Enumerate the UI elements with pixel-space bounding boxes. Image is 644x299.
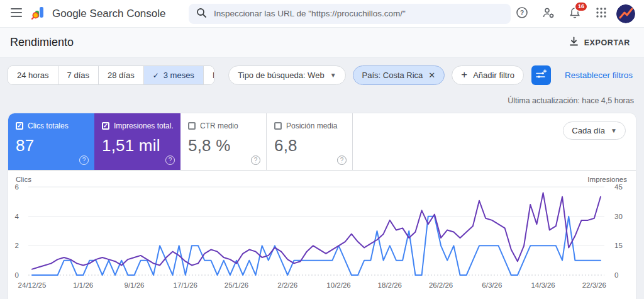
right-axis-tick: 45	[614, 183, 623, 191]
country-filter-chip[interactable]: País: Costa Rica ✕	[353, 65, 445, 85]
metric-label: Clics totales	[28, 121, 69, 130]
date-tab-7-días[interactable]: 7 días	[58, 66, 98, 84]
check-icon: ✓	[103, 123, 108, 129]
metric-checkbox[interactable]: ✓	[102, 122, 109, 130]
left-axis-title: Clics	[16, 176, 31, 183]
x-axis-tick: 26/2/26	[429, 281, 453, 289]
date-tab-3-meses[interactable]: ✓3 meses	[143, 66, 203, 84]
x-axis-tick: 10/2/26	[326, 281, 350, 289]
right-axis-title: Impresiones	[587, 176, 627, 183]
left-axis-tick: 4	[15, 213, 19, 220]
metric-checkbox[interactable]	[274, 122, 282, 130]
x-axis-tick: 18/2/26	[378, 281, 402, 289]
page-title: Rendimiento	[10, 36, 74, 49]
date-tab-label: Más información	[213, 71, 214, 80]
topbar-actions: ? 16	[511, 3, 635, 25]
metric-checkbox[interactable]	[188, 122, 196, 130]
metric-card-header: Posición media	[274, 121, 345, 130]
check-icon: ✓	[153, 71, 159, 80]
metric-card-impresiones-total-[interactable]: ✓Impresiones total...1,51 mil?	[94, 113, 180, 170]
apps-grid-button[interactable]	[590, 3, 613, 25]
filter-chips: Tipo de búsqueda: Web ▼ País: Costa Rica…	[228, 65, 524, 85]
plus-icon: +	[461, 69, 467, 80]
help-icon[interactable]: ?	[337, 155, 347, 165]
x-axis-tick: 9/1/26	[125, 281, 145, 289]
last-update-text: Última actualización: hace 4,5 horas	[10, 96, 634, 105]
metric-card-posición-media[interactable]: Posición media6,8?	[267, 113, 353, 170]
help-icon[interactable]: ?	[79, 155, 89, 165]
export-label: EXPORTAR	[584, 38, 630, 47]
help-icon[interactable]: ?	[251, 155, 260, 165]
metric-label: CTR medio	[200, 121, 238, 130]
metric-checkbox[interactable]: ✓	[16, 122, 23, 130]
chevron-down-icon: ▼	[611, 127, 617, 134]
metric-card-header: ✓Impresiones total...	[102, 121, 173, 130]
tune-filter-icon	[535, 68, 547, 82]
performance-chart[interactable]: 02460153045ClicsImpresiones24/12/251/1/2…	[9, 176, 636, 299]
metric-label: Impresiones total...	[114, 121, 173, 130]
impresiones-line	[32, 193, 601, 269]
metric-value: 87	[16, 136, 87, 155]
metric-value: 1,51 mil	[102, 136, 173, 155]
url-inspection-search[interactable]	[189, 4, 511, 24]
check-icon: ✓	[17, 123, 22, 129]
export-button[interactable]: EXPORTAR	[565, 36, 634, 49]
metric-value: 5,8 %	[188, 136, 258, 155]
page-header: Rendimiento EXPORTAR	[0, 28, 644, 58]
metric-card-header: ✓Clics totales	[16, 121, 87, 130]
chevron-down-icon: ▼	[330, 72, 336, 79]
date-tab-label: 24 horas	[17, 71, 49, 80]
date-tab-24-horas[interactable]: 24 horas	[8, 66, 58, 84]
help-button[interactable]: ?	[511, 3, 533, 25]
granularity-label: Cada día	[572, 126, 605, 135]
date-tab-label: 28 días	[108, 71, 135, 80]
x-axis-tick: 1/1/26	[73, 281, 93, 289]
top-app-bar: Google Search Console ?	[0, 0, 644, 28]
right-axis-tick: 30	[614, 213, 623, 220]
search-icon	[196, 8, 206, 20]
metric-cards: ✓Clics totales87?✓Impresiones total...1,…	[8, 113, 636, 171]
date-tab-label: 7 días	[67, 71, 89, 80]
right-axis-tick: 15	[614, 242, 623, 249]
metric-card-clics-totales[interactable]: ✓Clics totales87?	[8, 113, 94, 170]
x-axis-tick: 6/3/26	[482, 281, 502, 289]
filter-bar: 24 horas7 días28 días✓3 mesesMás informa…	[8, 65, 636, 85]
notification-count-badge: 16	[574, 1, 588, 12]
x-axis-tick: 14/3/26	[531, 281, 555, 289]
help-icon: ?	[516, 6, 528, 21]
search-type-chip-label: Tipo de búsqueda: Web	[238, 71, 324, 80]
left-axis-tick: 0	[15, 271, 19, 279]
right-axis-tick: 0	[614, 271, 618, 279]
x-axis-tick: 22/3/26	[582, 281, 606, 289]
x-axis-tick: 25/1/26	[225, 281, 248, 289]
search-type-chip[interactable]: Tipo de búsqueda: Web ▼	[228, 65, 345, 85]
product-logo[interactable]: Google Search Console	[31, 5, 175, 23]
account-avatar[interactable]	[616, 4, 635, 23]
metric-card-ctr-medio[interactable]: CTR medio5,8 %?	[180, 113, 267, 170]
granularity-dropdown[interactable]: Cada día ▼	[563, 121, 626, 140]
x-axis-tick: 2/2/26	[277, 281, 297, 289]
user-settings-icon	[542, 6, 555, 21]
advanced-filter-button[interactable]	[531, 65, 551, 85]
date-tab-label: 3 meses	[164, 71, 194, 80]
metric-card-header: CTR medio	[188, 121, 258, 130]
performance-panel: ✓Clics totales87?✓Impresiones total...1,…	[8, 113, 636, 299]
left-axis-tick: 2	[15, 242, 19, 249]
menu-button[interactable]	[5, 3, 28, 25]
search-input[interactable]	[213, 8, 503, 19]
date-tab-más-información[interactable]: Más información▼	[203, 66, 214, 84]
chart-area: 02460153045ClicsImpresiones24/12/251/1/2…	[8, 171, 636, 299]
x-axis-tick: 24/12/25	[18, 281, 47, 289]
metric-label: Posición media	[286, 121, 337, 130]
add-filter-chip[interactable]: + Añadir filtro	[452, 65, 524, 85]
x-axis-tick: 17/1/26	[174, 281, 197, 289]
close-icon[interactable]: ✕	[428, 71, 435, 79]
reset-filters-link[interactable]: Restablecer filtros	[561, 70, 636, 81]
date-tab-28-días[interactable]: 28 días	[98, 66, 143, 84]
user-settings-button[interactable]	[537, 3, 560, 25]
help-icon[interactable]: ?	[165, 155, 175, 165]
svg-text:?: ?	[520, 9, 524, 16]
metric-value: 6,8	[274, 136, 345, 155]
download-icon	[569, 37, 579, 48]
add-filter-label: Añadir filtro	[473, 71, 514, 80]
